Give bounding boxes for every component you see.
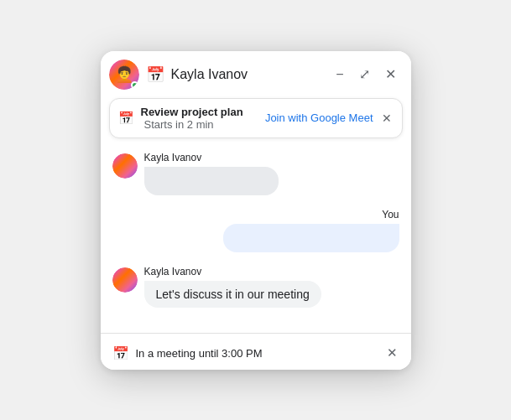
message-text: Let's discuss it in our meeting <box>156 288 310 301</box>
message-row: Kayla Ivanov <box>112 152 399 195</box>
notification-calendar-icon: 📅 <box>118 111 134 126</box>
chat-window: 🧑‍🦱 📅 Kayla Ivanov − ⤢ ✕ 📅 Review projec… <box>101 51 411 370</box>
notification-text: Review project plan Starts in 2 min <box>141 106 258 131</box>
chat-area: Kayla Ivanov You Kayla Ivanov Let's disc… <box>101 145 411 329</box>
divider <box>101 333 411 334</box>
avatar: 🧑‍🦱 <box>109 60 139 90</box>
avatar-image <box>112 153 138 179</box>
close-button[interactable]: ✕ <box>382 66 399 83</box>
meeting-status-text: In a meeting until 3:00 PM <box>136 347 378 360</box>
message-bubble: Let's discuss it in our meeting <box>144 281 321 308</box>
message-bubble-placeholder <box>144 167 279 195</box>
message-content: Kayla Ivanov Let's discuss it in our mee… <box>144 266 321 308</box>
meeting-icon: 📅 <box>112 345 129 361</box>
avatar-image <box>112 267 138 293</box>
notification-event-subtitle: Starts in 2 min <box>144 118 214 131</box>
join-meet-link[interactable]: Join with Google Meet <box>265 111 373 124</box>
message-row: Kayla Ivanov Let's discuss it in our mee… <box>112 266 399 308</box>
notification-banner: 📅 Review project plan Starts in 2 min Jo… <box>109 98 403 138</box>
maximize-button[interactable]: ⤢ <box>356 66 373 83</box>
minimize-button[interactable]: − <box>332 66 347 83</box>
self-label: You <box>382 209 399 220</box>
footer-bar: 📅 In a meeting until 3:00 PM ✕ <box>101 337 411 370</box>
online-status-dot <box>131 81 138 89</box>
title-bar: 🧑‍🦱 📅 Kayla Ivanov − ⤢ ✕ <box>101 51 411 98</box>
message-sender-name: Kayla Ivanov <box>144 266 321 277</box>
avatar <box>112 267 138 293</box>
notification-close-button[interactable]: ✕ <box>380 111 394 125</box>
window-controls: − ⤢ ✕ <box>332 66 399 83</box>
message-content: Kayla Ivanov <box>144 152 279 195</box>
message-sender-name: Kayla Ivanov <box>144 152 279 163</box>
self-message-bubble <box>223 224 399 252</box>
calendar-icon: 📅 <box>146 65 164 84</box>
window-title: Kayla Ivanov <box>171 67 326 82</box>
avatar <box>112 153 138 179</box>
footer-close-button[interactable]: ✕ <box>385 345 399 360</box>
notification-event-title: Review project plan <box>141 106 243 118</box>
message-row-self: You <box>112 209 399 252</box>
